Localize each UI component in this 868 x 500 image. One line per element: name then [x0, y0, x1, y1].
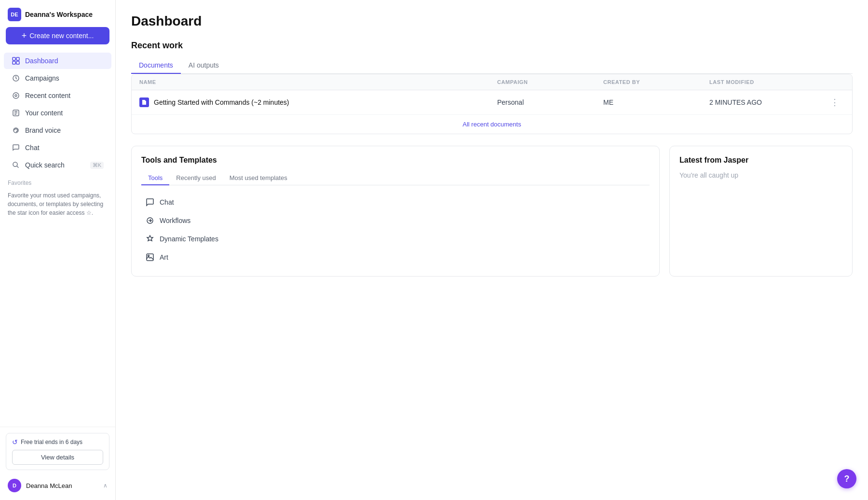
table-row[interactable]: Getting Started with Commands (~2 minute… [132, 90, 852, 115]
all-recent-link[interactable]: All recent documents [132, 115, 852, 134]
th-actions [825, 79, 844, 85]
nav-item-brand-voice[interactable]: Brand voice [4, 122, 111, 139]
recent-work-title: Recent work [131, 41, 853, 51]
tool-item-dynamic-templates[interactable]: Dynamic Templates [141, 230, 650, 248]
main-content: Dashboard Recent work Documents AI outpu… [116, 0, 868, 500]
tool-item-art[interactable]: Art [141, 248, 650, 266]
recent-work-tabs: Documents AI outputs [131, 57, 853, 74]
nav-item-dashboard[interactable]: Dashboard [4, 53, 111, 69]
doc-created-by: ME [603, 98, 709, 106]
bottom-grid: Tools and Templates Tools Recently used … [131, 146, 853, 277]
create-button-label: Create new content... [29, 32, 94, 40]
chat-icon [12, 143, 20, 152]
user-name: Deanna McLean [26, 482, 98, 489]
nav-item-your-content[interactable]: Your content [4, 105, 111, 121]
doc-cell: Getting Started with Commands (~2 minute… [139, 97, 497, 107]
tab-documents[interactable]: Documents [131, 57, 181, 74]
campaigns-icon [12, 74, 20, 83]
view-details-button[interactable]: View details [12, 450, 103, 465]
th-name: NAME [139, 79, 497, 85]
svg-point-9 [13, 162, 17, 167]
documents-table: NAME CAMPAIGN CREATED BY LAST MODIFIED G… [131, 74, 853, 134]
create-content-button[interactable]: + Create new content... [6, 27, 109, 44]
tool-item-chat[interactable]: Chat [141, 193, 650, 211]
tools-title: Tools and Templates [141, 156, 650, 165]
plus-icon: + [22, 31, 27, 40]
table-header: NAME CAMPAIGN CREATED BY LAST MODIFIED [132, 74, 852, 90]
th-created-by: CREATED BY [603, 79, 709, 85]
tools-tab-recently-used[interactable]: Recently used [169, 171, 222, 185]
nav-label-recent-content: Recent content [25, 92, 70, 99]
user-avatar: D [8, 479, 21, 492]
th-campaign: CAMPAIGN [497, 79, 603, 85]
user-row[interactable]: D Deanna McLean ∧ [6, 475, 109, 494]
art-icon [145, 252, 155, 262]
favorites-description: Favorite your most used campaigns, docum… [0, 188, 115, 223]
page-title: Dashboard [131, 14, 853, 29]
doc-last-modified: 2 MINUTES AGO [709, 98, 825, 106]
nav-item-campaigns[interactable]: Campaigns [4, 70, 111, 86]
trial-label: Free trial ends in 6 days [21, 439, 82, 445]
latest-card: Latest from Jasper You're all caught up [669, 146, 853, 277]
workspace-avatar: DE [8, 8, 21, 21]
chat-tool-icon [145, 197, 155, 207]
tab-ai-outputs[interactable]: AI outputs [181, 57, 227, 74]
doc-campaign: Personal [497, 98, 603, 106]
nav-label-brand-voice: Brand voice [25, 126, 61, 134]
tool-label-art: Art [160, 253, 168, 261]
nav-item-recent-content[interactable]: Recent content [4, 87, 111, 104]
search-icon [12, 161, 20, 169]
sidebar-bottom: ↺ Free trial ends in 6 days View details… [0, 427, 115, 500]
chevron-up-icon: ∧ [103, 482, 108, 489]
th-last-modified: LAST MODIFIED [709, 79, 825, 85]
latest-title: Latest from Jasper [679, 156, 842, 165]
nav-label-campaigns: Campaigns [25, 74, 59, 82]
nav-label-dashboard: Dashboard [25, 57, 58, 65]
workflows-icon [145, 216, 155, 225]
nav-label-chat: Chat [25, 144, 40, 152]
recent-icon [12, 91, 20, 100]
recent-work-section: Recent work Documents AI outputs NAME CA… [131, 41, 853, 134]
trial-text: ↺ Free trial ends in 6 days [12, 438, 103, 446]
nav-label-your-content: Your content [25, 109, 63, 117]
nav-item-quick-search[interactable]: Quick search ⌘K [4, 157, 111, 173]
caught-up-message: You're all caught up [679, 171, 842, 179]
workspace-header: DE Deanna's Workspace [0, 0, 115, 27]
tools-tabs: Tools Recently used Most used templates [141, 171, 650, 185]
row-more-button[interactable]: ⋮ [825, 96, 844, 109]
nav-label-quick-search: Quick search [25, 161, 65, 169]
svg-rect-0 [13, 57, 15, 60]
svg-rect-2 [13, 61, 15, 64]
help-button[interactable]: ? [837, 469, 856, 488]
dashboard-icon [12, 56, 20, 65]
tool-label-workflows: Workflows [160, 217, 190, 224]
sidebar: DE Deanna's Workspace + Create new conte… [0, 0, 116, 500]
your-content-icon [12, 109, 20, 117]
nav-item-chat[interactable]: Chat [4, 139, 111, 156]
tool-label-chat: Chat [160, 198, 174, 206]
quick-search-shortcut: ⌘K [90, 162, 104, 169]
tool-item-workflows[interactable]: Workflows [141, 211, 650, 230]
svg-rect-3 [16, 61, 19, 64]
doc-name: Getting Started with Commands (~2 minute… [154, 98, 289, 106]
svg-point-5 [13, 93, 19, 98]
svg-point-6 [15, 95, 17, 97]
trial-banner: ↺ Free trial ends in 6 days View details [6, 433, 109, 470]
workspace-name: Deanna's Workspace [25, 11, 93, 18]
favorites-section-label: Favorites [0, 174, 115, 188]
tools-tab-most-used[interactable]: Most used templates [223, 171, 294, 185]
tools-tab-tools[interactable]: Tools [141, 171, 169, 185]
brand-voice-icon [12, 126, 20, 135]
tools-card: Tools and Templates Tools Recently used … [131, 146, 660, 277]
svg-rect-1 [16, 57, 19, 60]
trial-icon: ↺ [12, 438, 18, 446]
doc-icon [139, 97, 149, 107]
tool-label-dynamic-templates: Dynamic Templates [160, 235, 218, 243]
dynamic-templates-icon [145, 234, 155, 244]
